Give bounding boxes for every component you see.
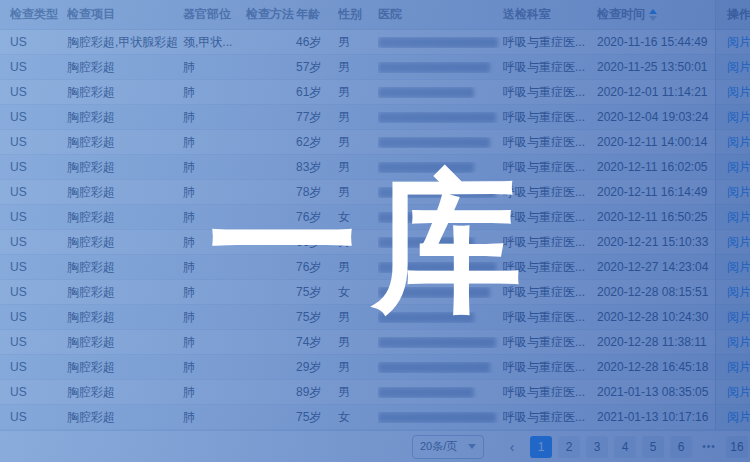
cell-time: 2021-01-13 08:35:05: [597, 385, 715, 399]
view-images-link[interactable]: 阅片: [727, 260, 750, 274]
cell-part: 肺: [183, 109, 246, 126]
cell-dept: 呼吸与重症医...: [503, 359, 597, 376]
cell-action: 阅片: [715, 59, 750, 76]
cell-item: 胸腔彩超: [67, 409, 183, 426]
view-images-link[interactable]: 阅片: [727, 385, 750, 399]
view-images-link[interactable]: 阅片: [727, 85, 750, 99]
cell-type: US: [10, 160, 67, 174]
view-images-link[interactable]: 阅片: [727, 410, 750, 424]
view-images-link[interactable]: 阅片: [727, 335, 750, 349]
view-images-link[interactable]: 阅片: [727, 210, 750, 224]
view-images-link[interactable]: 阅片: [727, 60, 750, 74]
cell-action: 阅片: [715, 234, 750, 251]
cell-item: 胸腔彩超: [67, 109, 183, 126]
cell-action: 阅片: [715, 284, 750, 301]
cell-part: 肺: [183, 184, 246, 201]
redacted-hospital-name: [378, 62, 490, 73]
cell-item: 胸腔彩超: [67, 59, 183, 76]
cell-item: 胸腔彩超: [67, 209, 183, 226]
cell-time: 2020-12-28 16:45:18: [597, 360, 715, 374]
page-button-1[interactable]: 1: [530, 436, 552, 458]
cell-gender: 男: [338, 159, 378, 176]
column-header-dept: 送检科室: [503, 6, 597, 23]
cell-gender: 男: [338, 384, 378, 401]
cell-hospital: [378, 387, 503, 398]
cell-item: 胸腔彩超: [67, 84, 183, 101]
table-row: US胸腔彩超肺75岁女呼吸与重症医...2021-01-13 10:17:16阅…: [0, 405, 750, 430]
pagination-ellipsis[interactable]: •••: [698, 436, 720, 458]
cell-dept: 呼吸与重症医...: [503, 59, 597, 76]
cell-action: 阅片: [715, 159, 750, 176]
cell-type: US: [10, 185, 67, 199]
cell-gender: 男: [338, 259, 378, 276]
column-header-hospital: 医院: [378, 6, 503, 23]
redacted-hospital-name: [378, 112, 496, 123]
column-header-label: 医院: [378, 6, 402, 23]
column-header-time[interactable]: 检查时间: [597, 6, 715, 23]
table-row: US胸腔彩超肺57岁男呼吸与重症医...2020-11-25 13:50:01阅…: [0, 55, 750, 80]
cell-hospital: [378, 212, 503, 223]
view-images-link[interactable]: 阅片: [727, 185, 750, 199]
pagination-bar: 20条/页 ‹ 123456•••16: [0, 430, 750, 462]
cell-age: 74岁: [296, 334, 338, 351]
cell-action: 阅片: [715, 184, 750, 201]
page-size-select[interactable]: 20条/页: [412, 435, 484, 459]
cell-part: 肺: [183, 259, 246, 276]
column-header-gender: 性别: [338, 6, 378, 23]
cell-time: 2020-12-11 14:00:14: [597, 135, 715, 149]
page-size-value: 20条/页: [420, 439, 457, 454]
cell-type: US: [10, 385, 67, 399]
page-button-6[interactable]: 6: [670, 436, 692, 458]
cell-dept: 呼吸与重症医...: [503, 134, 597, 151]
cell-gender: 女: [338, 209, 378, 226]
redacted-hospital-name: [378, 87, 474, 98]
chevron-down-icon: [468, 444, 476, 449]
sort-caret-icon[interactable]: [649, 9, 657, 21]
cell-action: 阅片: [715, 34, 750, 51]
cell-time: 2020-12-28 10:24:30: [597, 310, 715, 324]
redacted-hospital-name: [378, 262, 496, 273]
cell-item: 胸腔彩超: [67, 259, 183, 276]
cell-type: US: [10, 235, 67, 249]
cell-age: 75岁: [296, 309, 338, 326]
cell-dept: 呼吸与重症医...: [503, 259, 597, 276]
redacted-hospital-name: [378, 237, 474, 248]
cell-gender: 男: [338, 234, 378, 251]
cell-dept: 呼吸与重症医...: [503, 284, 597, 301]
page-button-last[interactable]: 16: [726, 436, 748, 458]
cell-hospital: [378, 87, 503, 98]
view-images-link[interactable]: 阅片: [727, 360, 750, 374]
page-button-5[interactable]: 5: [642, 436, 664, 458]
cell-type: US: [10, 360, 67, 374]
page-button-3[interactable]: 3: [586, 436, 608, 458]
view-images-link[interactable]: 阅片: [727, 310, 750, 324]
cell-gender: 男: [338, 59, 378, 76]
view-images-link[interactable]: 阅片: [727, 160, 750, 174]
cell-hospital: [378, 337, 503, 348]
page-button-2[interactable]: 2: [558, 436, 580, 458]
cell-age: 75岁: [296, 409, 338, 426]
cell-gender: 男: [338, 359, 378, 376]
view-images-link[interactable]: 阅片: [727, 285, 750, 299]
cell-time: 2020-12-01 11:14:21: [597, 85, 715, 99]
view-images-link[interactable]: 阅片: [727, 235, 750, 249]
view-images-link[interactable]: 阅片: [727, 135, 750, 149]
cell-type: US: [10, 310, 67, 324]
page-button-4[interactable]: 4: [614, 436, 636, 458]
cell-action: 阅片: [715, 134, 750, 151]
view-images-link[interactable]: 阅片: [727, 110, 750, 124]
cell-type: US: [10, 260, 67, 274]
cell-item: 胸腔彩超: [67, 309, 183, 326]
study-list-screen: 检查类型检查项目器官部位检查方法年龄性别医院送检科室检查时间操作 US胸腔彩超,…: [0, 0, 750, 462]
column-header-label: 检查类型: [10, 6, 58, 23]
column-header-label: 检查方法: [246, 6, 294, 23]
cell-type: US: [10, 85, 67, 99]
cell-part: 肺: [183, 334, 246, 351]
cell-action: 阅片: [715, 309, 750, 326]
view-images-link[interactable]: 阅片: [727, 35, 750, 49]
cell-part: 肺: [183, 59, 246, 76]
prev-page-button[interactable]: ‹: [502, 436, 522, 458]
cell-hospital: [378, 262, 503, 273]
cell-dept: 呼吸与重症医...: [503, 109, 597, 126]
cell-item: 胸腔彩超: [67, 159, 183, 176]
